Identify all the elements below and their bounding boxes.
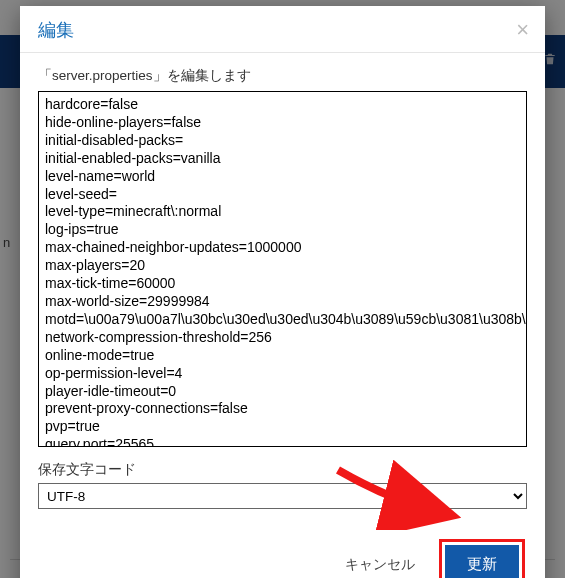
file-contents-textarea[interactable]: [39, 92, 526, 446]
encoding-select[interactable]: UTF-8: [38, 483, 527, 509]
dialog-body: 「server.properties」を編集します 保存文字コード UTF-8: [20, 53, 545, 527]
edit-file-description: 「server.properties」を編集します: [38, 67, 527, 85]
encoding-label: 保存文字コード: [38, 461, 527, 479]
update-button-highlight: 更新: [439, 539, 525, 578]
dialog-footer: キャンセル 更新: [20, 527, 545, 578]
close-icon[interactable]: ×: [516, 19, 529, 41]
edit-dialog: 編集 × 「server.properties」を編集します 保存文字コード U…: [20, 6, 545, 578]
cancel-button[interactable]: キャンセル: [345, 556, 415, 574]
file-contents-container: [38, 91, 527, 447]
dialog-title: 編集: [38, 18, 74, 42]
dialog-header: 編集 ×: [20, 6, 545, 53]
update-button[interactable]: 更新: [445, 545, 519, 578]
